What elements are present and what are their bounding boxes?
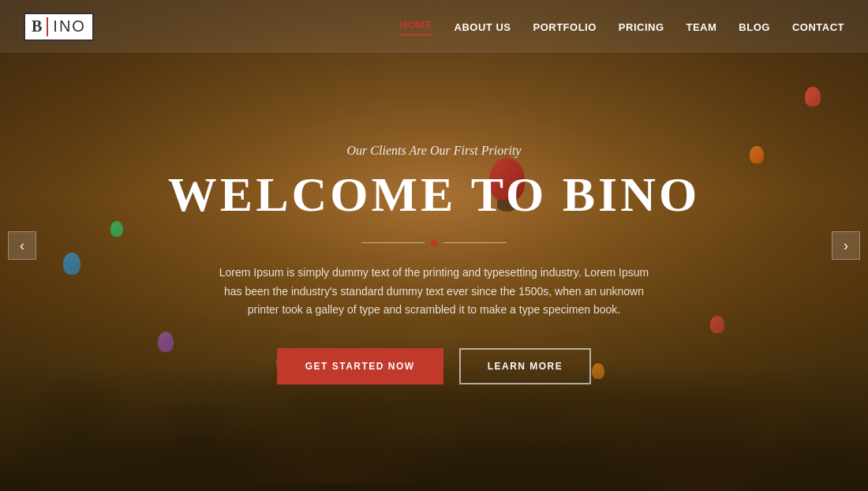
slider-next-button[interactable]: › — [832, 231, 860, 260]
hero-subtitle: Our Clients Are Our First Priority — [347, 144, 522, 158]
hero-content: Our Clients Are Our First Priority WELCO… — [0, 37, 868, 491]
hero-section: B INO HOME ABOUT US PORTFOLIO PRICING TE… — [0, 0, 868, 491]
chevron-left-icon: ‹ — [20, 238, 24, 254]
logo-letter-b: B — [32, 17, 42, 36]
hero-divider — [361, 240, 507, 246]
nav-link-about[interactable]: ABOUT US — [455, 21, 511, 33]
nav-item-home[interactable]: HOME — [400, 17, 432, 36]
learn-more-button[interactable]: LEARN MORE — [459, 348, 592, 384]
nav-link-team[interactable]: TEAM — [687, 21, 717, 33]
hero-description: Lorem Ipsum is simply dummy text of the … — [213, 264, 655, 320]
nav-item-about[interactable]: ABOUT US — [455, 20, 511, 34]
nav-item-portfolio[interactable]: PORTFOLIO — [533, 20, 596, 34]
nav-item-blog[interactable]: BLOG — [739, 20, 770, 34]
nav-link-home[interactable]: HOME — [400, 19, 432, 31]
nav-link-blog[interactable]: BLOG — [739, 21, 770, 33]
nav-item-team[interactable]: TEAM — [687, 20, 717, 34]
nav-link-pricing[interactable]: PRICING — [619, 21, 664, 33]
navbar: B INO HOME ABOUT US PORTFOLIO PRICING TE… — [0, 0, 868, 53]
nav-item-contact[interactable]: CONTACT — [792, 20, 844, 34]
hero-title: WELCOME TO BINO — [168, 167, 700, 221]
logo[interactable]: B INO — [24, 13, 94, 41]
chevron-right-icon: › — [844, 238, 848, 254]
hero-buttons: GET STARTED NOW LEARN MORE — [277, 348, 592, 384]
nav-link-portfolio[interactable]: PORTFOLIO — [533, 21, 596, 33]
logo-separator — [47, 17, 48, 36]
nav-item-pricing[interactable]: PRICING — [619, 20, 664, 34]
get-started-button[interactable]: GET STARTED NOW — [277, 348, 443, 384]
slider-prev-button[interactable]: ‹ — [8, 231, 36, 260]
divider-line-left — [361, 242, 425, 243]
logo-box: B INO — [24, 13, 94, 41]
divider-line-right — [443, 242, 507, 243]
nav-links: HOME ABOUT US PORTFOLIO PRICING TEAM BLO… — [400, 17, 844, 36]
divider-dot — [431, 240, 437, 246]
logo-letter-ino: INO — [53, 17, 86, 36]
nav-active-indicator — [400, 34, 432, 36]
nav-link-contact[interactable]: CONTACT — [792, 21, 844, 33]
